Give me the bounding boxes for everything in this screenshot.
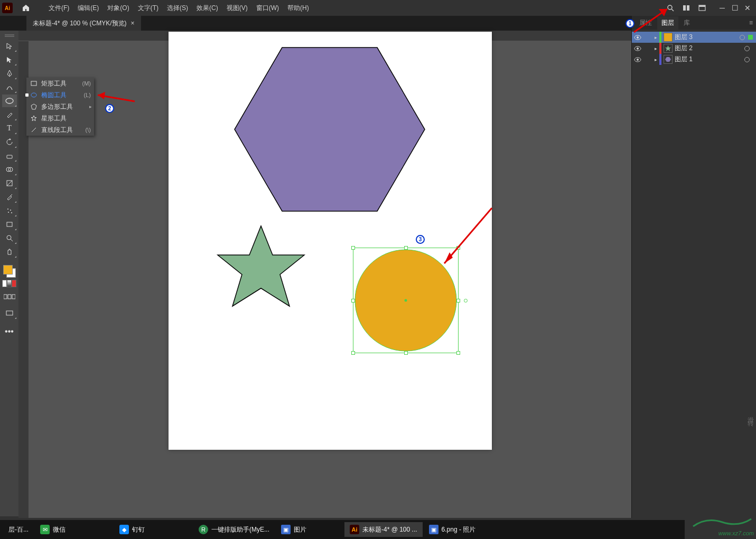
ellipse-selected[interactable] xyxy=(353,248,458,353)
panel-menu-icon[interactable]: ≡ xyxy=(749,19,753,26)
symbol-sprayer-tool[interactable] xyxy=(2,204,17,217)
type-tool[interactable]: T xyxy=(2,122,17,135)
menu-window[interactable]: 窗口(W) xyxy=(252,2,283,15)
expand-icon[interactable]: ▸ xyxy=(652,35,659,40)
layer-row[interactable]: ▸ 图层 1 xyxy=(632,54,756,65)
svg-rect-2 xyxy=(683,5,686,11)
badge-1: 1 xyxy=(626,19,634,28)
task-item[interactable]: 层-百... xyxy=(3,522,34,537)
gradient-tool[interactable] xyxy=(2,177,17,190)
watermark: www.xz7.com xyxy=(690,516,754,537)
visibility-icon[interactable] xyxy=(632,57,643,62)
target-icon[interactable] xyxy=(744,57,750,62)
tab-close-icon[interactable]: × xyxy=(131,20,135,27)
svg-point-33 xyxy=(31,93,36,97)
fill-stroke-swatch[interactable] xyxy=(3,265,16,278)
visibility-icon[interactable] xyxy=(632,46,643,51)
selection-bounds xyxy=(353,248,459,353)
badge-3: 3 xyxy=(416,235,425,244)
menu-file[interactable]: 文件(F) xyxy=(44,2,73,15)
svg-marker-34 xyxy=(31,104,36,109)
flyout-star[interactable]: 星形工具 xyxy=(26,112,94,124)
flyout-polygon[interactable]: 多边形工具 ▸ xyxy=(26,101,94,112)
menu-effect[interactable]: 效果(C) xyxy=(192,2,222,15)
task-item[interactable]: ◆ 钉钉 xyxy=(114,522,150,537)
artboard-tool[interactable] xyxy=(2,218,17,231)
menu-select[interactable]: 选择(S) xyxy=(163,2,192,15)
svg-point-0 xyxy=(668,5,672,10)
svg-marker-35 xyxy=(31,116,36,121)
layer-row[interactable]: ▸ 图层 3 xyxy=(632,32,756,43)
arrange-icon[interactable] xyxy=(696,2,708,14)
layer-row[interactable]: ▸ 图层 2 xyxy=(632,43,756,54)
svg-point-24 xyxy=(11,212,12,213)
star-shape[interactable] xyxy=(213,222,309,317)
canvas[interactable]: 3 xyxy=(29,41,631,518)
star-icon xyxy=(30,115,38,121)
flyout-ellipse[interactable]: 椭圆工具 (L) xyxy=(26,89,94,101)
left-toolbar: T ••• xyxy=(0,31,18,516)
maximize-button[interactable]: ☐ xyxy=(730,4,740,12)
draw-mode-icons[interactable] xyxy=(2,290,17,303)
color-mode-icons[interactable] xyxy=(2,280,17,287)
edit-toolbar-icon[interactable]: ••• xyxy=(2,325,17,338)
hand-tool[interactable] xyxy=(2,245,17,258)
image-icon: ▣ xyxy=(429,525,438,534)
svg-point-14 xyxy=(6,98,13,103)
badge-2: 2 xyxy=(105,104,114,113)
flyout-rectangle[interactable]: 矩形工具 (M) xyxy=(26,78,94,89)
workspace-icon[interactable] xyxy=(680,2,693,14)
minimize-button[interactable]: ─ xyxy=(717,4,727,12)
artboard xyxy=(169,32,492,450)
menu-object[interactable]: 对象(O) xyxy=(103,2,133,15)
app-icon: Ai xyxy=(2,3,13,13)
svg-line-1 xyxy=(671,9,674,11)
curvature-tool[interactable] xyxy=(2,81,17,93)
tab-libraries[interactable]: 库 xyxy=(679,16,694,30)
selection-tool[interactable] xyxy=(2,40,17,52)
expand-icon[interactable]: ▸ xyxy=(652,57,659,62)
rotate-tool[interactable] xyxy=(2,136,17,148)
menu-help[interactable]: 帮助(H) xyxy=(283,2,313,15)
ellipse-icon xyxy=(30,92,38,98)
taskbar: 层-百... ✉ 微信 ◆ 钉钉 R 一键排版助手(MyE... ▣ 图片 Ai… xyxy=(0,520,685,539)
task-item[interactable]: ▣ 6.png - 照片 xyxy=(424,522,481,537)
expand-icon[interactable]: ▸ xyxy=(652,46,659,51)
polygon-icon xyxy=(30,103,38,110)
svg-point-41 xyxy=(666,35,671,40)
svg-point-26 xyxy=(7,235,11,240)
visibility-icon[interactable] xyxy=(632,35,643,40)
doc-icon: R xyxy=(199,525,208,534)
task-item[interactable]: R 一键排版助手(MyE... xyxy=(193,522,275,537)
document-tab-title: 未标题-4* @ 100 % (CMYK/预览) xyxy=(33,19,127,28)
zoom-tool[interactable] xyxy=(2,232,17,244)
svg-rect-25 xyxy=(7,222,12,226)
direct-selection-tool[interactable] xyxy=(2,53,17,66)
svg-point-23 xyxy=(8,212,9,213)
task-item[interactable]: ▣ 图片 xyxy=(276,522,312,537)
eyedropper-tool[interactable] xyxy=(2,191,17,203)
eraser-tool[interactable] xyxy=(2,149,17,162)
screen-mode-icon[interactable] xyxy=(2,307,17,319)
menu-type[interactable]: 文字(T) xyxy=(134,2,163,15)
document-tab[interactable]: 未标题-4* @ 100 % (CMYK/预览) × xyxy=(26,16,141,31)
close-button[interactable]: ✕ xyxy=(742,4,753,12)
ellipse-tool[interactable] xyxy=(2,94,17,107)
tab-layers[interactable]: 图层 xyxy=(657,16,678,30)
paintbrush-tool[interactable] xyxy=(2,108,17,121)
target-icon[interactable] xyxy=(740,35,745,40)
target-icon[interactable] xyxy=(744,46,750,51)
tab-properties[interactable]: 属性 xyxy=(635,16,656,30)
task-item[interactable]: Ai 未标题-4* @ 100 ... xyxy=(344,522,423,537)
side-text: 滑转 xyxy=(746,412,755,418)
toolbar-grip[interactable] xyxy=(2,33,17,39)
hexagon-shape[interactable] xyxy=(229,42,430,216)
shape-builder-tool[interactable] xyxy=(2,163,17,176)
flyout-line[interactable]: 直线段工具 (\) xyxy=(26,124,94,136)
pen-tool[interactable] xyxy=(2,67,17,80)
task-item[interactable]: ✉ 微信 xyxy=(35,522,71,537)
home-button[interactable] xyxy=(18,2,34,14)
menu-view[interactable]: 视图(V) xyxy=(222,2,252,15)
menu-edit[interactable]: 编辑(E) xyxy=(73,2,103,15)
search-icon[interactable] xyxy=(664,2,677,14)
